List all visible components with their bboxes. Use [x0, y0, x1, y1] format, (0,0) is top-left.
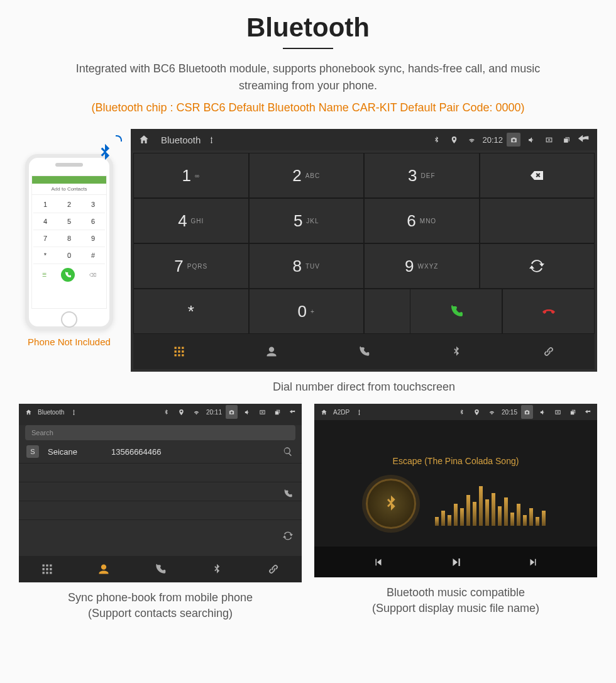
key-star[interactable]: * — [133, 289, 249, 334]
phone-mockup-column: Add to Contacts 123 456 789 *0# ☰ ⌫ Phon… — [19, 129, 119, 347]
song-title: Escape (The Pina Colada Song) — [393, 456, 519, 466]
recent-apps-icon[interactable] — [559, 133, 573, 147]
volume-icon[interactable] — [537, 405, 548, 419]
sync-button[interactable] — [480, 243, 595, 289]
home-icon[interactable] — [137, 133, 151, 147]
smartphone-mockup: Add to Contacts 123 456 789 *0# ☰ ⌫ — [25, 154, 113, 330]
prev-button[interactable] — [373, 555, 384, 569]
camera-icon[interactable] — [521, 405, 533, 419]
location-icon — [471, 405, 483, 419]
phonebook-caption: Sync phone-book from mobile phone (Suppo… — [19, 590, 302, 621]
tab-pair[interactable] — [502, 334, 595, 369]
location-icon — [176, 405, 187, 419]
key-4[interactable]: 4GHI — [133, 198, 249, 243]
tab-recent[interactable] — [132, 556, 189, 582]
phonebook-panel: Bluetooth 20:11 Search S Seicane 1356666… — [19, 404, 302, 582]
key-8[interactable]: 8TUV — [249, 243, 365, 289]
call-button[interactable] — [410, 289, 502, 334]
home-icon[interactable] — [23, 405, 34, 419]
usb-icon — [204, 133, 218, 147]
tab-recent[interactable] — [318, 334, 410, 369]
tab-pair[interactable] — [245, 556, 302, 582]
tab-dialpad[interactable] — [133, 334, 226, 369]
contact-name: Seicane — [48, 447, 77, 457]
tab-contacts[interactable] — [226, 334, 318, 369]
visualizer — [435, 482, 546, 526]
sync-icon[interactable] — [283, 530, 293, 541]
tab-contacts[interactable] — [75, 556, 132, 582]
location-icon — [447, 133, 461, 147]
title-underline — [283, 48, 333, 49]
bluetooth-status-icon — [429, 133, 443, 147]
backspace-button[interactable] — [480, 153, 595, 198]
volume-icon[interactable] — [241, 405, 253, 419]
back-icon[interactable] — [582, 405, 593, 419]
recent-apps-icon[interactable] — [567, 405, 578, 419]
key-6[interactable]: 6MNO — [364, 198, 480, 243]
call-icon[interactable] — [283, 487, 293, 499]
tab-bluetooth[interactable] — [410, 334, 502, 369]
key-1[interactable]: 1∞ — [133, 153, 249, 198]
tab-bluetooth[interactable] — [189, 556, 245, 582]
close-icon[interactable] — [552, 405, 563, 419]
album-art-bluetooth-icon — [366, 479, 416, 529]
camera-icon[interactable] — [226, 405, 238, 419]
key-5[interactable]: 5JKL — [249, 198, 365, 243]
contact-number: 13566664466 — [111, 447, 162, 457]
bluetooth-chip-info: (Bluetooth chip : CSR BC6 Default Blueto… — [19, 99, 597, 116]
recent-apps-icon[interactable] — [272, 405, 283, 419]
key-7[interactable]: 7PQRS — [133, 243, 249, 289]
key-9[interactable]: 9WXYZ — [364, 243, 480, 289]
bluetooth-status-icon — [456, 405, 468, 419]
contact-row[interactable]: S Seicane 13566664466 — [19, 440, 302, 464]
hangup-button[interactable] — [502, 289, 595, 334]
back-icon[interactable] — [287, 405, 298, 419]
search-input[interactable]: Search — [25, 425, 295, 440]
home-icon[interactable] — [318, 405, 329, 419]
hero-description: Integrated with BC6 Bluetooth module, su… — [50, 60, 566, 94]
page-title: Bluetooth — [19, 13, 597, 43]
back-icon[interactable] — [577, 133, 591, 147]
clock: 20:12 — [482, 133, 503, 147]
phone-call-icon — [61, 268, 75, 282]
music-controls — [314, 547, 597, 577]
key-0[interactable]: 0+ — [249, 289, 365, 334]
contact-avatar: S — [26, 445, 39, 458]
add-contacts-label: Add to Contacts — [32, 184, 106, 195]
close-icon[interactable] — [542, 133, 556, 147]
play-pause-button[interactable] — [450, 555, 461, 569]
statusbar: A2DP 20:15 — [314, 404, 597, 420]
wifi-icon — [487, 405, 498, 419]
app-title: Bluetooth — [38, 409, 64, 416]
statusbar: Bluetooth 20:11 — [19, 404, 302, 420]
key-2[interactable]: 2ABC — [249, 153, 365, 198]
music-caption: Bluetooth music compatible (Support disp… — [314, 585, 597, 616]
bluetooth-status-icon — [161, 405, 172, 419]
tab-dialpad[interactable] — [19, 556, 75, 582]
dialpad: 1∞ 2ABC 3DEF 4GHI 5JKL 6MNO 7PQRS 8TUV 9… — [131, 150, 597, 372]
bottom-tabs — [133, 334, 595, 369]
dialpad-caption: Dial number direct from touchscreen — [131, 379, 597, 395]
music-panel: A2DP 20:15 Escape (The Pina Colada Song) — [314, 404, 597, 577]
volume-icon[interactable] — [524, 133, 538, 147]
camera-icon[interactable] — [507, 133, 520, 147]
key-3[interactable]: 3DEF — [364, 153, 480, 198]
statusbar: Bluetooth 20:12 — [131, 129, 597, 150]
phone-dialpad: 123 456 789 *0# — [32, 195, 106, 265]
wifi-icon — [465, 133, 478, 147]
app-title: Bluetooth — [161, 135, 201, 145]
empty-cell — [480, 198, 595, 243]
next-button[interactable] — [527, 555, 539, 569]
bluetooth-icon — [94, 139, 116, 164]
app-title: A2DP — [333, 409, 349, 416]
clock: 20:15 — [502, 409, 517, 416]
clock: 20:11 — [206, 409, 222, 416]
search-icon[interactable] — [283, 446, 293, 457]
usb-icon — [68, 405, 79, 419]
wifi-icon — [191, 405, 202, 419]
phone-not-included-label: Phone Not Included — [19, 336, 119, 347]
usb-icon — [353, 405, 365, 419]
close-icon[interactable] — [256, 405, 268, 419]
